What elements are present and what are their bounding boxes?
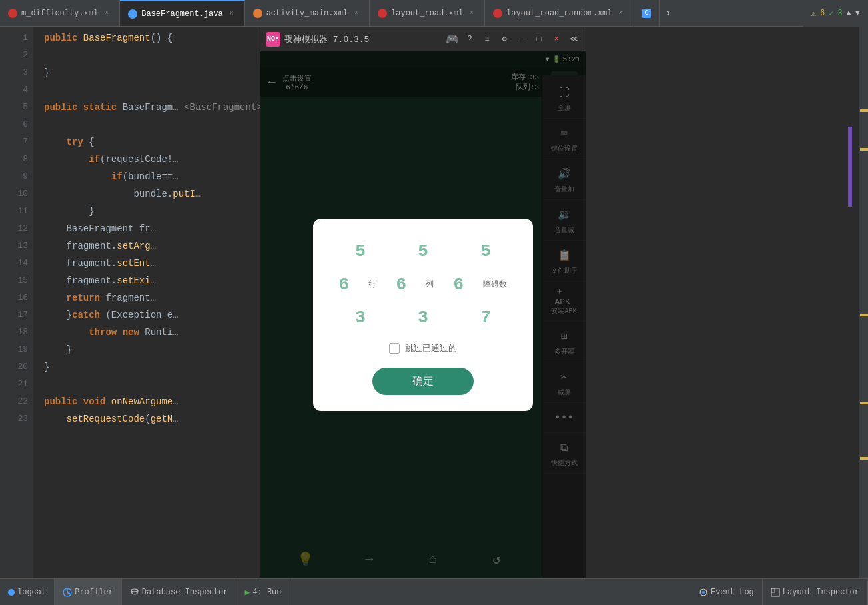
profiler-tab[interactable]: Profiler — [55, 579, 122, 605]
emulator-window: NO× 夜神模拟器 7.0.3.5 🎮 ? ≡ ⚙ ─ □ × ≪ ▼ 🔋 5:… — [260, 27, 586, 578]
database-inspector-tab[interactable]: Database Inspector — [122, 579, 237, 605]
emulator-titlebar: NO× 夜神模拟器 7.0.3.5 🎮 ? ≡ ⚙ ─ □ × ≪ — [260, 27, 586, 51]
tab-label: BaseFragment.java — [141, 9, 222, 19]
close-tab-btn[interactable]: × — [616, 9, 626, 18]
checkbox-label: 跳过已通过的 — [405, 342, 457, 354]
profiler-icon — [63, 588, 72, 597]
tab-label: activity_main.xml — [266, 9, 348, 18]
svg-point-4 — [131, 589, 138, 592]
close-tab-btn[interactable]: × — [352, 9, 361, 18]
layout-inspector-icon — [771, 588, 780, 597]
emulator-title: 夜神模拟器 7.0.3.5 — [284, 33, 442, 45]
val-3-2: 3 — [418, 308, 428, 328]
close-tab-btn[interactable]: × — [467, 9, 476, 18]
marker — [860, 109, 868, 112]
java-icon — [128, 9, 137, 19]
line-numbers: 1 2 3 4 5 6 7 8 9 10 11 12 13 14 15 16 1… — [0, 27, 33, 578]
val-5-3: 5 — [480, 241, 491, 261]
layout-inspector-tab[interactable]: Layout Inspector — [763, 579, 868, 605]
event-log-tab[interactable]: Event Log — [691, 579, 763, 605]
tab-label: layout_road.xml — [391, 9, 463, 18]
dialog-checkbox-row: 跳过已通过的 — [389, 342, 457, 354]
tab-label: layout_road_random.xml — [506, 9, 612, 18]
difficulty-dialog: 5 5 5 6 行 6 列 6 障碍数 3 — [313, 219, 533, 411]
tab-layout-road-random[interactable]: layout_road_random.xml × — [485, 0, 634, 27]
dialog-overlay: 5 5 5 6 行 6 列 6 障碍数 3 — [260, 51, 586, 578]
tab-label: m_difficulty.xml — [21, 9, 98, 18]
database-inspector-label: Database Inspector — [142, 588, 228, 597]
label-obstacles: 障碍数 — [483, 279, 507, 290]
svg-rect-8 — [771, 588, 775, 592]
val-6-2: 6 — [396, 275, 407, 295]
warning-count: 6 — [820, 9, 825, 18]
skip-completed-checkbox[interactable] — [389, 343, 400, 354]
label-col: 列 — [426, 279, 434, 290]
dialog-row-1: 5 5 5 — [329, 235, 517, 268]
c-icon: C — [642, 9, 651, 18]
event-log-icon — [699, 588, 708, 597]
xml-orange-icon — [253, 9, 262, 18]
confirm-button[interactable]: 确定 — [372, 368, 474, 395]
close-emu-btn[interactable]: × — [550, 33, 563, 46]
label-row: 行 — [368, 279, 376, 290]
event-log-label: Event Log — [711, 588, 754, 597]
marker — [860, 148, 868, 151]
settings-btn[interactable]: ⚙ — [498, 33, 511, 46]
more-tabs-btn[interactable]: › — [660, 7, 677, 19]
dialog-row-3: 3 3 7 — [329, 301, 517, 334]
tab-basefragment[interactable]: BaseFragment.java × — [120, 0, 244, 27]
database-icon — [130, 588, 139, 597]
help-btn[interactable]: ? — [463, 33, 476, 46]
tab-c[interactable]: C — [634, 0, 660, 27]
check-icon: ✓ — [829, 9, 833, 19]
nox-logo: NO× — [266, 32, 280, 47]
emulator-screen: ▼ 🔋 5:21 ← 点击设置 6*6/6 库存:33 队列:3 — [260, 51, 586, 578]
restore-btn[interactable]: □ — [532, 33, 546, 46]
val-6-3: 6 — [454, 275, 464, 295]
marker — [860, 314, 868, 316]
run-label: 4: Run — [252, 588, 281, 597]
expand-warnings-down[interactable]: ▼ — [855, 9, 860, 18]
right-gutter — [859, 27, 868, 578]
val-7: 7 — [480, 308, 491, 328]
logcat-icon — [8, 589, 15, 596]
val-5-1: 5 — [355, 241, 366, 261]
xml-red-icon-2 — [493, 9, 502, 18]
run-tab[interactable]: ▶ 4: Run — [236, 579, 290, 605]
tab-xml-difficulty[interactable]: m_difficulty.xml × — [0, 0, 120, 27]
profiler-label: Profiler — [75, 588, 113, 597]
warning-triangle-icon: ⚠ — [811, 9, 816, 19]
code-selection-highlight — [848, 127, 852, 207]
val-5-2: 5 — [418, 241, 428, 261]
run-icon: ▶ — [244, 587, 250, 598]
status-bar: logcat Profiler Database Inspector ▶ 4: … — [0, 578, 868, 605]
dialog-row-2: 6 行 6 列 6 障碍数 — [329, 268, 517, 301]
marker — [860, 402, 868, 404]
svg-point-6 — [702, 591, 705, 594]
logcat-label: logcat — [17, 588, 46, 597]
ok-count: 3 — [837, 9, 842, 18]
tab-bar: m_difficulty.xml × BaseFragment.java × a… — [0, 0, 868, 27]
close-tab-btn[interactable]: × — [227, 9, 236, 19]
logcat-tab[interactable]: logcat — [0, 579, 55, 605]
controller-icon: 🎮 — [446, 33, 459, 46]
val-6-1: 6 — [339, 275, 350, 295]
tab-layout-road[interactable]: layout_road.xml × — [370, 0, 485, 27]
tab-activity-main[interactable]: activity_main.xml × — [245, 0, 370, 27]
layout-inspector-label: Layout Inspector — [783, 588, 859, 597]
xml-red-icon — [378, 9, 387, 18]
expand-warnings-up[interactable]: ▲ — [847, 9, 851, 18]
menu-btn[interactable]: ≡ — [480, 33, 494, 46]
xml-icon — [8, 9, 17, 18]
collapse-sidebar-btn[interactable]: ≪ — [567, 33, 580, 46]
minimize-btn[interactable]: ─ — [515, 33, 528, 46]
val-3-1: 3 — [355, 308, 366, 328]
ide-container: m_difficulty.xml × BaseFragment.java × a… — [0, 0, 868, 605]
marker — [860, 457, 868, 460]
close-tab-btn[interactable]: × — [102, 9, 111, 18]
